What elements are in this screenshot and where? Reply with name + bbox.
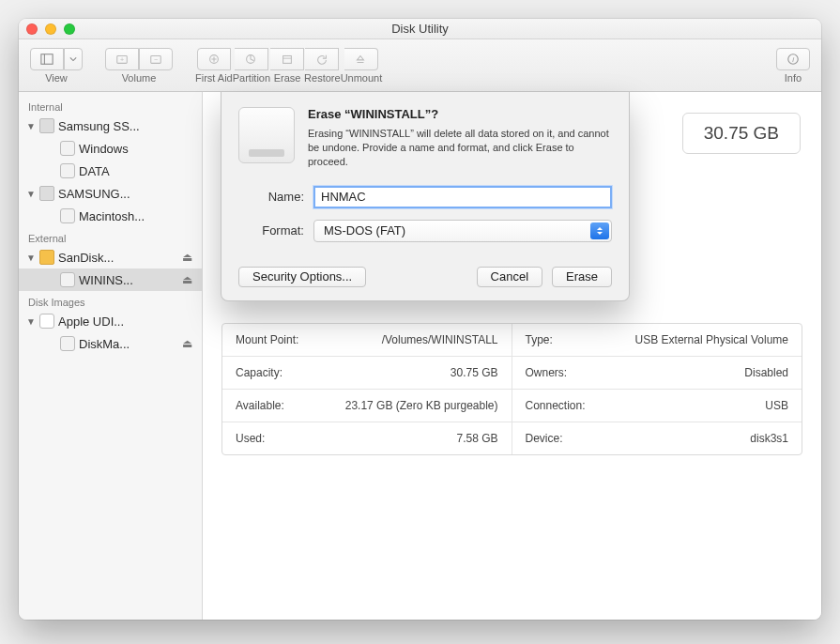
volume-size: 30.75 GB [682,113,801,154]
info-row-owners: Owners:Disabled [512,357,802,390]
info-label: Info [785,72,802,84]
sidebar-item-diskma[interactable]: DiskMa...⏏ [19,332,202,355]
svg-text:+: + [120,55,124,62]
sidebar-item-macintosh[interactable]: Macintosh... [19,205,202,227]
restore-button[interactable] [305,48,339,70]
info-row-mountpoint: Mount Point:/Volumes/WININSTALL [222,324,512,357]
sidebar-item-data[interactable]: DATA [19,160,202,182]
sidebar-item-label: WININS... [79,273,175,287]
view-menu-button[interactable] [64,48,83,70]
info-row-device: Device:disk3s1 [512,422,802,454]
window-title: Disk Utility [19,22,821,36]
info-group: i Info [776,48,810,84]
info-label: Device: [526,432,563,445]
unmount-label: Unmount [341,72,383,84]
erase-button[interactable] [270,48,304,70]
sidebar-section-diskimages: Disk Images [19,291,202,310]
view-label: View [45,72,68,84]
svg-text:−: − [154,55,158,62]
format-label: Format: [238,223,313,238]
button-label: Cancel [491,269,528,284]
firstaid-label: First Aid [195,72,233,84]
view-group: View [30,48,83,84]
info-value: USB External Physical Volume [635,333,788,346]
info-button[interactable]: i [776,48,810,70]
titlebar: Disk Utility [19,19,821,39]
button-label: Security Options... [252,269,352,284]
sidebar-section-internal: Internal [19,96,202,115]
sidebar-item-sandisk[interactable]: ▼SanDisk...⏏ [19,246,202,268]
sidebar: Internal ▼Samsung SS... Windows DATA ▼SA… [19,92,203,620]
sidebar-item-wininstall[interactable]: WININS...⏏ [19,268,202,291]
info-table: Mount Point:/Volumes/WININSTALL Capacity… [221,323,802,455]
unmount-button[interactable] [344,48,378,70]
sidebar-item-label: DiskMa... [79,337,175,351]
name-label: Name: [238,190,313,204]
info-row-used: Used:7.58 GB [222,422,512,454]
sidebar-item-label: Samsung SS... [58,119,196,133]
info-label: Connection: [526,399,586,412]
restore-label: Restore [304,72,341,84]
info-label: Capacity: [236,366,283,379]
info-row-available: Available:23.17 GB (Zero KB purgeable) [222,390,512,422]
sheet-description: Erasing “WININSTALL” will delete all dat… [308,127,612,169]
sidebar-item-label: SanDisk... [58,251,175,265]
button-label: Erase [566,269,598,284]
info-row-capacity: Capacity:30.75 GB [222,357,512,390]
partition-label: Partition [233,72,270,84]
sidebar-section-external: External [19,227,202,246]
sheet-title: Erase “WININSTALL”? [308,107,612,121]
sidebar-item-apple-udi[interactable]: ▼Apple UDI... [19,310,202,332]
info-value: disk3s1 [750,432,788,445]
eject-icon[interactable]: ⏏ [178,273,196,286]
sidebar-item-windows[interactable]: Windows [19,137,202,160]
partition-button[interactable] [235,48,268,70]
sidebar-item-label: Macintosh... [79,209,196,223]
svg-rect-0 [41,54,53,64]
view-sidebar-button[interactable] [30,48,64,70]
info-row-type: Type:USB External Physical Volume [512,324,802,357]
sidebar-item-label: DATA [79,164,196,178]
format-select[interactable]: MS-DOS (FAT) [313,220,612,242]
svg-text:i: i [792,54,794,63]
volume-group: + − Volume [105,48,173,84]
info-label: Used: [236,432,265,445]
dropdown-icon [590,222,609,239]
info-value: USB [765,399,788,412]
info-value: 7.58 GB [456,432,497,445]
info-value: 23.17 GB (Zero KB purgeable) [345,399,498,412]
security-options-button[interactable]: Security Options... [238,267,366,287]
disk-utility-window: Disk Utility View + − V [19,19,821,620]
sidebar-item-label: SAMSUNG... [58,187,196,201]
cancel-button[interactable]: Cancel [477,267,542,287]
drive-icon [238,107,295,163]
sidebar-item-label: Windows [79,142,196,156]
format-value: MS-DOS (FAT) [324,223,405,238]
info-value: 30.75 GB [451,366,498,379]
firstaid-button[interactable] [197,48,231,70]
erase-toolbar-label: Erase [274,72,301,84]
info-label: Available: [236,399,284,412]
eject-icon[interactable]: ⏏ [178,251,196,264]
erase-confirm-button[interactable]: Erase [552,267,612,287]
volume-label: Volume [122,72,157,84]
toolbar: View + − Volume First Aid Partition Eras… [19,39,821,92]
info-value: Disabled [744,366,788,379]
info-label: Mount Point: [236,333,298,346]
svg-rect-8 [283,55,291,63]
info-row-connection: Connection:USB [512,390,802,422]
info-label: Type: [526,333,553,346]
erase-sheet: Erase “WININSTALL”? Erasing “WININSTALL”… [221,92,630,301]
volume-remove-button[interactable]: − [139,48,173,70]
sidebar-item-label: Apple UDI... [58,314,196,329]
volume-add-button[interactable]: + [105,48,139,70]
info-label: Owners: [526,366,568,379]
eject-icon[interactable]: ⏏ [178,337,196,350]
sidebar-item-samsung[interactable]: ▼SAMSUNG... [19,182,202,205]
name-input[interactable] [313,186,612,208]
info-value: /Volumes/WININSTALL [382,333,498,346]
sidebar-item-samsung-ss[interactable]: ▼Samsung SS... [19,115,202,137]
